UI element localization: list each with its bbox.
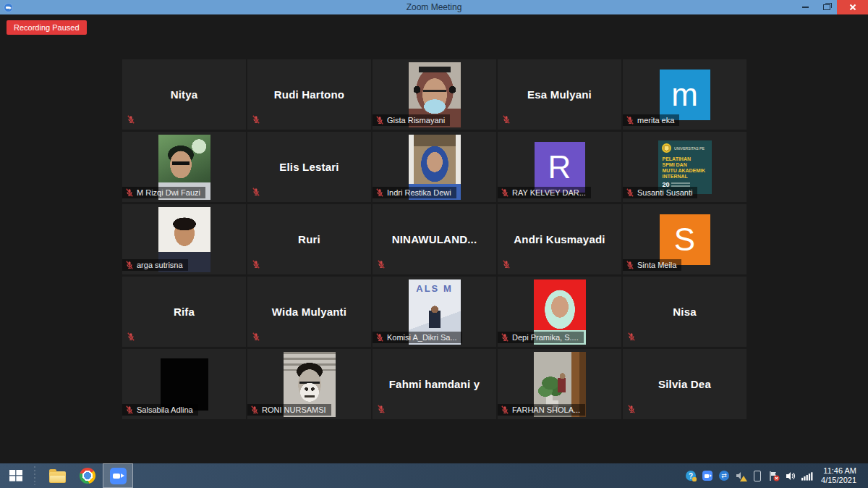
restore-icon <box>823 4 830 10</box>
participant-name: M Rizqi Dwi Fauzi <box>137 188 200 197</box>
participant-name: Esa Mulyani <box>498 59 621 130</box>
taskbar-file-explorer[interactable] <box>42 463 72 488</box>
participant-name: FARHAN SHOLA... <box>512 405 580 414</box>
participant-name-badge: M Rizqi Dwi Fauzi <box>122 187 205 198</box>
start-button[interactable] <box>0 463 32 488</box>
participant-tile[interactable]: NINAWULAND... <box>373 204 496 274</box>
taskbar-grip <box>33 466 41 485</box>
restore-button[interactable] <box>816 0 837 14</box>
action-center-tray-icon[interactable] <box>768 470 780 481</box>
banner-text: PELATIHAN SPMI DAN MUTU AKADEMIK INTERNA… <box>663 156 706 180</box>
participant-name: Salsabila Adlina <box>137 405 193 414</box>
participant-name: Fahmi hamdani y <box>373 349 496 419</box>
participant-tile[interactable]: RONI NURSAMSI <box>247 349 371 419</box>
backdrop-text: ALS M <box>409 283 461 294</box>
banner-line: MUTU AKADEMIK <box>663 168 706 174</box>
participant-tile[interactable]: Nitya <box>122 59 246 130</box>
participant-tile[interactable]: Rudi Hartono <box>247 59 371 130</box>
windows-taskbar: ? ⇄ <box>0 463 868 488</box>
sync-tray-icon[interactable]: ⇄ <box>718 470 730 481</box>
participant-tile[interactable]: Indri Restika Dewi <box>373 132 496 202</box>
participant-name: Rudi Hartono <box>247 59 371 130</box>
clock-time: 11:46 AM <box>821 466 856 476</box>
participant-tile[interactable]: Silvia Dea <box>623 349 746 419</box>
muted-mic-icon <box>502 260 511 269</box>
window-title: Zoom Meeting <box>0 2 868 12</box>
taskbar-clock[interactable]: 11:46 AM 4/15/2021 <box>818 466 862 485</box>
minimize-button[interactable] <box>795 0 816 14</box>
taskbar-zoom-active[interactable] <box>103 463 133 488</box>
participant-tile[interactable]: ALS M Komisi A_Dikri Sa... <box>373 277 496 347</box>
participant-tile[interactable]: Esa Mulyani <box>498 59 621 130</box>
title-bar: Zoom Meeting <box>0 0 868 14</box>
network-tray-icon[interactable] <box>801 470 813 481</box>
muted-mic-icon <box>250 405 259 414</box>
university-logo <box>662 143 671 153</box>
participant-tile[interactable]: arga sutrisna <box>122 204 246 274</box>
question-mark-icon: ? <box>686 471 696 481</box>
recording-paused-badge[interactable]: Recording Paused <box>7 20 87 35</box>
taskbar-chrome[interactable] <box>72 463 103 488</box>
speaker-warning-icon <box>736 471 746 481</box>
participant-tile[interactable]: Fahmi hamdani y <box>373 349 496 419</box>
participant-name-badge: FARHAN SHOLA... <box>498 404 585 416</box>
participant-name-badge: Susanti Susanti <box>623 187 697 198</box>
participant-tile[interactable]: Wida Mulyanti <box>247 277 371 347</box>
zoom-meeting-window: Zoom Meeting Recording Paused Nitya Rudi… <box>0 0 868 488</box>
participant-tile[interactable]: Elis Lestari <box>247 132 371 202</box>
participant-tile[interactable]: UNIVERSITAS PE PELATIHAN SPMI DAN MUTU A… <box>623 132 746 202</box>
help-tray-icon[interactable]: ? <box>685 470 697 481</box>
speaker-icon <box>786 471 796 481</box>
participant-video <box>161 358 208 411</box>
participant-name: Susanti Susanti <box>637 188 692 197</box>
muted-mic-icon <box>377 260 386 269</box>
participant-tile[interactable]: Gista Rismayani <box>373 59 496 130</box>
participant-name: Depi Pramika, S.... <box>512 333 579 342</box>
participant-name: Nisa <box>623 277 746 347</box>
muted-mic-icon <box>125 188 134 197</box>
banner-line: INTERNAL <box>663 174 706 180</box>
participant-avatar: m <box>660 70 710 120</box>
participant-tile[interactable]: M Rizqi Dwi Fauzi <box>122 132 246 202</box>
volume-tray-icon[interactable] <box>785 470 796 481</box>
participant-name: Silvia Dea <box>623 349 746 419</box>
participant-name-badge: Indri Restika Dewi <box>373 187 456 198</box>
chrome-icon <box>80 468 95 484</box>
phone-tray-icon[interactable] <box>752 470 763 481</box>
participant-tile[interactable]: Rifa <box>122 277 246 347</box>
muted-mic-icon <box>252 260 260 269</box>
banner-line: PELATIHAN <box>663 156 706 162</box>
participant-name: Sinta Meila <box>637 261 676 269</box>
zoom-tray-icon[interactable] <box>702 470 713 481</box>
participant-tile[interactable]: S Sinta Meila <box>623 204 746 274</box>
signal-bars-icon <box>801 471 813 481</box>
muted-mic-icon <box>627 405 636 413</box>
muted-mic-icon <box>626 188 634 197</box>
participant-name: Andri Kusmayadi <box>498 204 621 274</box>
participant-avatar: R <box>535 142 585 193</box>
muted-mic-icon <box>627 332 636 341</box>
participant-tile[interactable]: Andri Kusmayadi <box>498 204 621 274</box>
participant-tile[interactable]: R RAY KELVEY DAR... <box>498 132 621 202</box>
muted-mic-icon <box>375 188 384 197</box>
close-icon <box>849 4 856 11</box>
close-button[interactable] <box>837 0 868 14</box>
participant-name: merita eka <box>637 116 674 125</box>
participant-name: Elis Lestari <box>247 132 371 202</box>
participant-tile[interactable]: Nisa <box>623 277 746 347</box>
participant-tile[interactable]: FARHAN SHOLA... <box>498 349 621 419</box>
participant-tile[interactable]: Salsabila Adlina <box>122 349 246 419</box>
muted-mic-icon <box>252 188 260 196</box>
participant-name: Indri Restika Dewi <box>387 188 451 197</box>
meeting-stage: Recording Paused Nitya Rudi Hartono Gist… <box>0 14 868 463</box>
banner-header: UNIVERSITAS PE <box>674 146 705 150</box>
participant-name: RAY KELVEY DAR... <box>512 188 586 197</box>
participant-name: Komisi A_Dikri Sa... <box>387 333 457 342</box>
participant-tile[interactable]: m merita eka <box>623 59 746 130</box>
muted-mic-icon <box>252 332 260 341</box>
participant-tile[interactable]: Depi Pramika, S.... <box>498 277 621 347</box>
audio-warning-tray-icon[interactable] <box>735 470 746 481</box>
participant-tile[interactable]: Ruri <box>247 204 371 274</box>
muted-mic-icon <box>252 115 260 124</box>
muted-mic-icon <box>501 405 509 414</box>
